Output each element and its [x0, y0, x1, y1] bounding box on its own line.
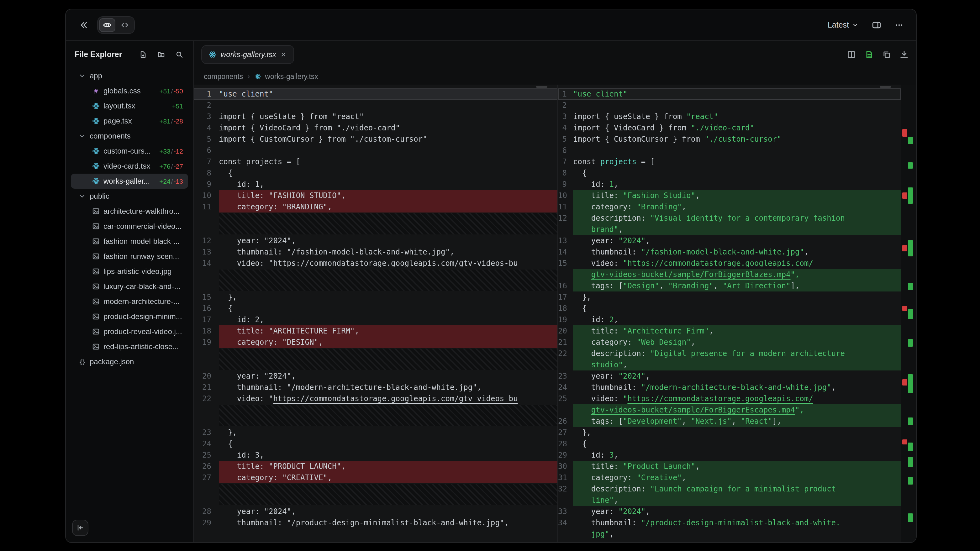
diff-gap-row[interactable] — [194, 213, 557, 235]
breadcrumb-file[interactable]: works-gallery.tsx — [265, 73, 318, 80]
code-row[interactable]: 11 category: "BRANDING", — [194, 201, 557, 213]
code-row[interactable]: 9 id: 1, — [194, 179, 557, 190]
code-row[interactable]: 33 year: "2024", — [558, 506, 901, 517]
code-row[interactable]: 6 — [194, 145, 557, 156]
code-row[interactable]: brand", — [558, 224, 901, 235]
code-row[interactable]: 23 year: "2024", — [558, 370, 901, 382]
code-row[interactable]: 10 title: "Fashion Studio", — [558, 190, 901, 201]
tree-item-red-lips-artistic-close[interactable]: red-lips-artistic-close... — [71, 339, 188, 354]
code-row[interactable]: 17 id: 2, — [194, 314, 557, 326]
code-row[interactable]: 13 thumbnail: "/fashion-model-black-and-… — [194, 246, 557, 258]
code-row[interactable]: 10 title: "FASHION STUDIO", — [194, 190, 557, 201]
diff-minimap[interactable] — [901, 85, 916, 542]
code-row[interactable]: 17 }, — [558, 292, 901, 303]
tree-item-car-commercial-video[interactable]: car-commercial-video... — [71, 219, 188, 234]
code-row[interactable]: gtv-videos-bucket/sample/ForBiggerBlazes… — [558, 269, 901, 280]
code-row[interactable]: gtv-videos-bucket/sample/ForBiggerEscape… — [558, 404, 901, 416]
code-row[interactable]: 13 year: "2024", — [558, 235, 901, 246]
code-row[interactable]: 16 { — [194, 303, 557, 314]
code-row[interactable]: 28 { — [558, 438, 901, 449]
tree-item-product-reveal-video-j[interactable]: product-reveal-video.j... — [71, 324, 188, 339]
diff-gap-row[interactable] — [194, 404, 557, 427]
code-row[interactable]: 3import { useState } from "react" — [194, 111, 557, 122]
code-row[interactable]: 27 category: "CREATIVE", — [194, 472, 557, 483]
code-row[interactable]: 21 thumbnail: "/modern-architecture-blac… — [194, 382, 557, 393]
new-file-button[interactable] — [138, 49, 148, 60]
code-row[interactable]: 15 video: "https://commondatastorage.goo… — [558, 258, 901, 269]
preview-toggle-button[interactable] — [99, 18, 115, 32]
tree-item-architecture-walkthro[interactable]: architecture-walkthro... — [71, 204, 188, 219]
collapse-panel-button[interactable] — [75, 17, 91, 33]
diff-gap-row[interactable] — [194, 348, 557, 370]
tree-item-fashion-model-black[interactable]: fashion-model-black-... — [71, 234, 188, 249]
code-toggle-button[interactable] — [117, 18, 133, 32]
download-icon[interactable] — [900, 50, 908, 59]
code-row[interactable]: 16 tags: ["Design", "Branding", "Art Dir… — [558, 280, 901, 292]
tree-item-fashion-runway-scen[interactable]: fashion-runway-scen... — [71, 249, 188, 264]
search-files-button[interactable] — [174, 49, 185, 60]
diff-pane-modified[interactable]: 1"use client"23import { useState } from … — [558, 85, 901, 542]
code-row[interactable]: 22 description: "Digital presence for a … — [558, 348, 901, 359]
code-row[interactable]: 28 year: "2024", — [194, 506, 557, 517]
horizontal-scrollbar-thumb[interactable] — [880, 86, 891, 88]
code-row[interactable]: 9 id: 1, — [558, 179, 901, 190]
code-row[interactable]: 12 description: "Visual identity for a c… — [558, 213, 901, 224]
code-row[interactable]: 24 { — [194, 438, 557, 449]
tree-folder-app[interactable]: app — [71, 68, 188, 83]
code-row[interactable]: 18 title: "ARCHITECTURE FIRM", — [194, 326, 557, 337]
code-row[interactable]: 20 year: "2024", — [194, 370, 557, 382]
tree-item-modern-architecture[interactable]: modern-architecture-... — [71, 294, 188, 309]
tree-folder-components[interactable]: components — [71, 129, 188, 143]
close-tab-icon[interactable] — [281, 51, 287, 57]
diff-gap-row[interactable] — [194, 483, 557, 506]
diff-view-icon[interactable] — [865, 50, 873, 59]
tree-item-custom-curs[interactable]: custom-curs...+33/-12 — [71, 143, 188, 159]
code-row[interactable]: 18 { — [558, 303, 901, 314]
code-row[interactable]: 2 — [558, 100, 901, 111]
new-folder-button[interactable] — [156, 49, 166, 60]
code-row[interactable]: 3import { useState } from "react" — [558, 111, 901, 122]
code-row[interactable]: 19 category: "DESIGN", — [194, 337, 557, 348]
code-row[interactable]: 8 { — [558, 167, 901, 179]
tab-works-gallery[interactable]: works-gallery.tsx — [201, 45, 294, 64]
code-row[interactable]: 11 category: "Branding", — [558, 201, 901, 213]
tree-item-layout-tsx[interactable]: layout.tsx+51 — [71, 98, 188, 113]
code-row[interactable]: 7const projects = [ — [558, 156, 901, 167]
code-row[interactable]: 12 year: "2024", — [194, 235, 557, 246]
code-row[interactable]: 23 }, — [194, 427, 557, 438]
code-row[interactable]: 21 category: "Web Design", — [558, 337, 901, 348]
code-row[interactable]: 1"use client" — [558, 88, 901, 100]
more-options-button[interactable] — [891, 17, 907, 33]
code-row[interactable]: 25 video: "https://commondatastorage.goo… — [558, 393, 901, 404]
code-row[interactable]: 26 title: "PRODUCT LAUNCH", — [194, 461, 557, 472]
code-row[interactable]: 20 title: "Architecture Firm", — [558, 326, 901, 337]
code-row[interactable]: 2 — [194, 100, 557, 111]
code-row[interactable]: 6 — [558, 145, 901, 156]
code-row[interactable]: 25 id: 3, — [194, 449, 557, 461]
code-row[interactable]: 30 title: "Product Launch", — [558, 461, 901, 472]
code-row[interactable]: 15 }, — [194, 292, 557, 303]
code-row[interactable]: 29 thumbnail: "/product-design-minimalis… — [194, 517, 557, 529]
code-row[interactable]: studio", — [558, 359, 901, 370]
code-row[interactable]: 32 description: "Launch campaign for a m… — [558, 483, 901, 495]
tree-item-luxury-car-black-and[interactable]: luxury-car-black-and-... — [71, 279, 188, 294]
code-row[interactable]: 4import { VideoCard } from "./video-card… — [558, 122, 901, 133]
code-row[interactable]: 8 { — [194, 167, 557, 179]
split-editor-icon[interactable] — [847, 50, 856, 59]
code-row[interactable]: 26 tags: ["Development", "Next.js", "Rea… — [558, 416, 901, 427]
code-row[interactable]: 24 thumbnail: "/modern-architecture-blac… — [558, 382, 901, 393]
tree-item-works-galler[interactable]: works-galler...+24/-13 — [71, 174, 188, 189]
tree-item-video-card-tsx[interactable]: video-card.tsx+76/-27 — [71, 159, 188, 174]
tree-item-product-design-minim[interactable]: product-design-minim... — [71, 309, 188, 324]
breadcrumb-folder[interactable]: components — [204, 73, 243, 80]
tree-item-lips-artistic-video-jpg[interactable]: lips-artistic-video.jpg — [71, 264, 188, 279]
horizontal-scrollbar-thumb[interactable] — [536, 86, 547, 88]
layout-panel-button[interactable] — [869, 17, 885, 33]
code-row[interactable]: 19 id: 2, — [558, 314, 901, 326]
code-row[interactable]: 7const projects = [ — [194, 156, 557, 167]
version-dropdown[interactable]: Latest — [828, 21, 858, 29]
code-row[interactable]: 22 video: "https://commondatastorage.goo… — [194, 393, 557, 404]
collapse-sidebar-button[interactable] — [72, 520, 88, 536]
code-row[interactable]: 34 thumbnail: "/product-design-minimalis… — [558, 517, 901, 529]
diff-gap-row[interactable] — [194, 269, 557, 292]
